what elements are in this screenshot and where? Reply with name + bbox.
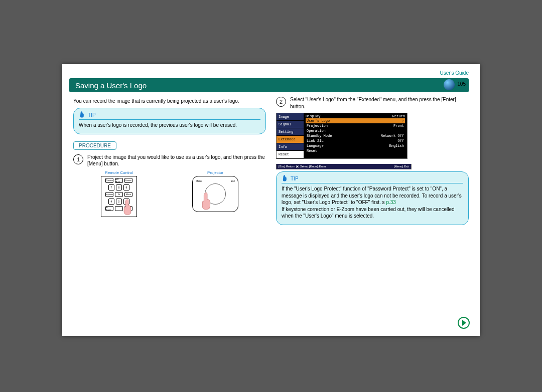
tip1-label: TIP (88, 112, 96, 118)
page-title: Saving a User's Logo (69, 78, 469, 92)
remote-num: 7 (108, 184, 114, 190)
step1-text: Project the image that you would like to… (87, 154, 266, 167)
pointing-finger-icon (202, 191, 213, 211)
remote-btn: A/V Mute (115, 178, 123, 183)
menu-tab: Info (277, 143, 304, 151)
tip2-label: TIP (291, 176, 299, 181)
guide-label: User's Guide (440, 70, 469, 76)
step2-text: Select "User's Logo" from the "Extended"… (290, 96, 469, 110)
projector-panel-diagram: Menu Esc (192, 176, 238, 212)
illustration-row: Remote Control Preview A/V Mute Freeze 7… (73, 170, 266, 217)
remote-btn (115, 206, 123, 211)
page-reference-link[interactable]: p.33 (386, 200, 395, 205)
remote-num: 5 (116, 199, 122, 205)
menu-return: Return (392, 114, 405, 118)
menu-tab: Image (277, 113, 304, 121)
step-2: 2 Select "User's Logo" from the "Extende… (276, 96, 469, 110)
tip1-body: When a user's logo is recorded, the prev… (79, 122, 260, 129)
menu-check-icon: ✓ (402, 119, 404, 123)
content-columns: You can record the image that is current… (73, 96, 469, 324)
proj-esc-label: Esc (231, 179, 235, 182)
procedure-label: PROCEDURE (73, 141, 116, 150)
menu-tab: Reset (277, 151, 304, 158)
page-number: 105 (457, 81, 466, 87)
tip1-header: TIP (79, 111, 260, 120)
tip2-body: If the "User's Logo Protect" function of… (282, 185, 463, 220)
menu-value: English (389, 144, 404, 148)
proj-menu-label: Menu (196, 179, 202, 182)
menu-tab: Signal (277, 121, 304, 128)
projector-illustration: Projector Menu Esc (192, 170, 238, 217)
remote-num: 8 (116, 184, 122, 190)
tip2-header: TIP (282, 175, 463, 183)
menu-footer-left: [Esc]:Return [♦]:Select [Enter]:Enter (279, 165, 326, 168)
remote-btn: Menu (124, 192, 132, 197)
menu-item: Standby Mode (307, 134, 332, 138)
remote-control-diagram: Preview A/V Mute Freeze 7 8 9 Keystone F… (101, 176, 137, 217)
menu-item: Link 21L (307, 139, 324, 143)
remote-num: 4 (108, 199, 114, 205)
menu-tab-selected: Extended (277, 136, 304, 143)
menu-item: Display (306, 114, 320, 118)
menu-item-selected: User's Logo (307, 119, 330, 123)
step1-number: 1 (73, 154, 83, 164)
remote-num: 9 (123, 184, 129, 190)
menu-footer-right: [Menu]:Exit (394, 165, 409, 168)
right-column: 2 Select "User's Logo" from the "Extende… (276, 96, 469, 324)
document-page: User's Guide Saving a User's Logo 105 Yo… (62, 64, 480, 336)
tip-box-1: TIP When a user's logo is recorded, the … (73, 108, 266, 134)
remote-btn: Freeze (124, 178, 132, 183)
remote-btn: Preview (105, 178, 113, 183)
menu-tab: Setting (277, 128, 304, 136)
step-1: 1 Project the image that you would like … (73, 154, 266, 167)
menu-screenshot: Image Signal Setting Extended Info Reset… (276, 113, 469, 169)
menu-value: Network Off (381, 134, 404, 138)
step2-number: 2 (276, 97, 286, 107)
remote-btn: Keystone (105, 192, 113, 197)
tip-box-2: TIP If the "User's Logo Protect" functio… (276, 171, 469, 225)
remote-btn: Fit (115, 192, 123, 197)
next-page-icon[interactable] (458, 317, 470, 329)
remote-illustration: Remote Control Preview A/V Mute Freeze 7… (101, 170, 137, 217)
left-column: You can record the image that is current… (73, 96, 266, 324)
intro-text: You can record the image that is current… (73, 98, 266, 104)
menu-item: Language (307, 144, 324, 148)
tip2-line1: If the "User's Logo Protect" function of… (282, 186, 462, 205)
projector-label: Projector (192, 170, 238, 175)
menu-item: Projection (307, 124, 328, 128)
menu-value: Front (393, 124, 404, 128)
tip2-line2: If keystone correction or E-Zoom have be… (282, 207, 455, 219)
tip-hand-icon (282, 175, 289, 182)
remote-btn: E-Zoom (105, 206, 113, 211)
top-badge-icon (444, 79, 455, 90)
title-text: Saving a User's Logo (75, 81, 147, 90)
tip-hand-icon (79, 111, 86, 118)
menu-item: Reset (307, 149, 317, 153)
pointing-finger-icon (123, 199, 133, 216)
menu-value: Off (397, 139, 404, 143)
menu-item: Operation (307, 129, 326, 133)
remote-label: Remote Control (101, 170, 137, 175)
